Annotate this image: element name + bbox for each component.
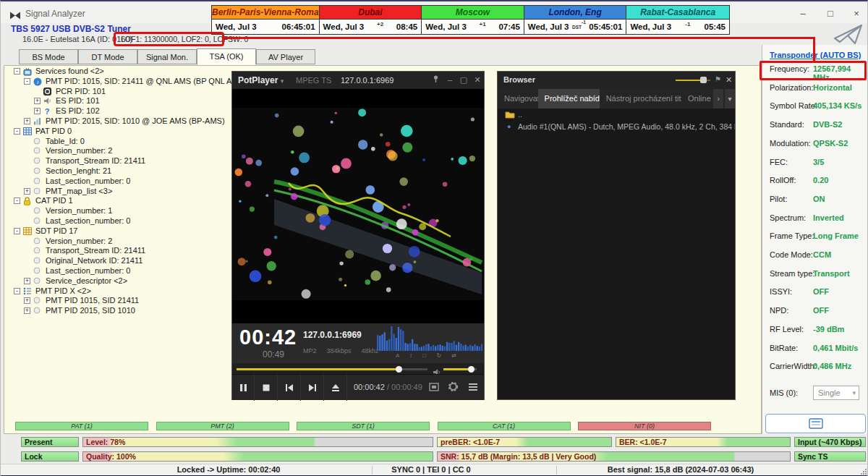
browser-tab[interactable]: Nástroj procházení titulků: [600, 89, 681, 109]
settings-gear-icon[interactable]: [448, 381, 459, 395]
tree-item[interactable]: Version_number: 2: [4, 146, 233, 156]
seek-bar[interactable]: [237, 368, 427, 370]
tab-tsa-ok-[interactable]: TSA (OK): [197, 48, 256, 65]
tree-item[interactable]: Original_Network ID: 21411: [4, 256, 233, 266]
opacity-slider-handle[interactable]: [700, 77, 707, 83]
tree-item[interactable]: Section_lenght: 21: [4, 166, 233, 177]
eject-button[interactable]: [325, 375, 347, 401]
error-counters: SYNC 0 | TEI 0 | CC 0: [373, 465, 489, 474]
subtitle-panel-icon[interactable]: [429, 381, 439, 394]
clock-3: MoscowWed, Jul 3+107:45: [422, 6, 524, 34]
collapse-icon[interactable]: -: [24, 78, 30, 85]
tree-item[interactable]: Version_number: 2: [4, 237, 233, 247]
pin-icon[interactable]: [429, 75, 442, 85]
menu-hamburger-icon[interactable]: [468, 381, 478, 394]
collapse-icon[interactable]: -: [14, 288, 20, 294]
tp-label: Polarization:: [770, 83, 814, 92]
quality-bar: Quality: 100%: [82, 451, 433, 462]
expand-icon[interactable]: +: [24, 307, 30, 314]
browser-titlebar[interactable]: Browser ⚑ ✕: [498, 72, 735, 89]
tree-item-label: PMT PID: 1015, SID: 21411 @ QNL AMS (BP …: [46, 77, 233, 87]
tree-item[interactable]: Transport_Stream ID: 21411: [4, 246, 233, 256]
tree-item[interactable]: Last_section_number: 0: [4, 177, 233, 187]
opacity-slider[interactable]: [676, 80, 710, 81]
tree-item[interactable]: Last_section_number: 0: [4, 216, 233, 226]
potplayer-minimize-icon[interactable]: –: [443, 75, 456, 84]
volume-handle[interactable]: [468, 366, 475, 373]
expand-icon[interactable]: +: [24, 188, 30, 195]
tree-item[interactable]: +PMT PID 1015, SID 21411: [4, 296, 233, 306]
expand-icon[interactable]: +: [24, 297, 30, 304]
playback-option-icons[interactable]: A ↕ □ ↻ ⇄: [396, 352, 461, 359]
tree-item[interactable]: Table_Id: 0: [4, 137, 233, 147]
browser-close-icon[interactable]: ✕: [726, 75, 732, 85]
browser-tabs-dropdown-icon[interactable]: ▾: [725, 89, 735, 109]
stop-button[interactable]: [255, 375, 278, 401]
player-controls: 00:00:42 / 00:00:49: [232, 374, 484, 400]
potplayer-titlebar[interactable]: PotPlayer ▾ MPEG TS 127.0.0.1:6969 – ▢ ✕: [232, 72, 484, 89]
maximize-button[interactable]: □: [818, 6, 843, 22]
tree-item[interactable]: +ES PID: 101: [4, 96, 233, 106]
tab-signal-mon-[interactable]: Signal Mon.: [137, 49, 197, 64]
tab-dt-mode[interactable]: DT Mode: [78, 49, 137, 64]
browser-tabs-scroll-icon[interactable]: ›: [713, 89, 723, 109]
tp-value: Long Frame: [813, 231, 865, 240]
expand-icon[interactable]: +: [24, 278, 30, 284]
tree-item[interactable]: +PMT_map_list <3>: [4, 187, 233, 197]
tree-item[interactable]: PCR PID: 101: [4, 87, 233, 97]
browser-list-item[interactable]: ..: [498, 109, 735, 121]
device-status-button[interactable]: [765, 414, 866, 433]
dot-icon: [33, 207, 41, 216]
pause-button[interactable]: [232, 375, 255, 401]
tree-item[interactable]: Transport_Stream ID: 21411: [4, 156, 233, 166]
video-canvas[interactable]: [232, 89, 484, 323]
collapse-icon[interactable]: -: [14, 128, 20, 135]
collapse-icon[interactable]: -: [14, 228, 20, 234]
expand-icon[interactable]: +: [34, 108, 41, 114]
ts-structure-tree: -Services found <2>-♪PMT PID: 1015, SID:…: [4, 67, 233, 407]
stream-url-label: 127.0.0.1:6969: [341, 76, 393, 85]
dot-icon: [33, 217, 41, 226]
collapse-icon[interactable]: -: [14, 197, 20, 204]
collapse-icon[interactable]: -: [14, 68, 20, 75]
expand-icon[interactable]: +: [34, 98, 41, 104]
browser-tab[interactable]: Online: [681, 89, 712, 109]
annotation-box-lof: [114, 32, 224, 46]
resize-grip[interactable]: [860, 468, 867, 475]
transponder-header-link[interactable]: Transponder (AUTO BS): [770, 51, 861, 59]
tree-item[interactable]: Last_section_number: 0: [4, 266, 233, 276]
close-button[interactable]: ×: [844, 6, 868, 22]
tree-item[interactable]: +PMT PID 2015, SID 1010: [4, 306, 233, 316]
next-button[interactable]: [302, 375, 324, 401]
previous-button[interactable]: [278, 375, 301, 401]
mis-dropdown[interactable]: Single ▾: [813, 386, 859, 400]
browser-pin-icon[interactable]: ⚑: [715, 75, 721, 83]
browser-list-item[interactable]: ●Audio #1(QNL AMS) - Dutch, MPEG Audio, …: [498, 121, 735, 133]
tree-item[interactable]: -PAT PID 0: [4, 127, 233, 137]
potplayer-close-icon[interactable]: ✕: [471, 75, 484, 85]
potplayer-menu[interactable]: PotPlayer ▾: [238, 75, 284, 85]
seek-handle[interactable]: [396, 366, 402, 373]
tree-item[interactable]: +PMT PID: 2015, SID: 1010 @ JOE AMS (BP-…: [4, 116, 233, 127]
tree-item[interactable]: -PMT PID X <2>: [4, 286, 233, 297]
browser-tab[interactable]: Prohlížeč nabídky: [538, 89, 600, 109]
clock-city-label: Berlin-Paris-Vienna-Roma: [212, 6, 319, 20]
volume-bar[interactable]: [443, 368, 477, 370]
tree-item[interactable]: +?ES PID: 102: [4, 106, 233, 116]
tab-bs-mode[interactable]: BS Mode: [19, 49, 78, 64]
transponder-panel: Transponder (AUTO BS) Frequency:12567,99…: [762, 45, 868, 434]
minimize-button[interactable]: –: [791, 6, 815, 22]
potplayer-maximize-icon[interactable]: ▢: [457, 75, 470, 85]
tree-item[interactable]: -SDT PID 17: [4, 226, 233, 237]
tab-av-player[interactable]: AV Player: [256, 49, 315, 64]
expand-icon[interactable]: +: [24, 118, 30, 124]
tree-item[interactable]: Version_number: 1: [4, 206, 233, 216]
tp-value: 3/5: [813, 158, 865, 166]
tree-item[interactable]: +Service_descriptor <2>: [4, 276, 233, 286]
tree-item[interactable]: -Services found <2>: [4, 67, 233, 77]
browser-tab[interactable]: Navigovat: [498, 89, 538, 109]
tp-value: Transport: [813, 269, 865, 278]
tree-item-label: Version_number: 2: [46, 146, 112, 156]
tree-item[interactable]: -CAT PID 1: [4, 196, 233, 206]
tree-item[interactable]: -♪PMT PID: 1015, SID: 21411 @ QNL AMS (B…: [4, 77, 233, 87]
